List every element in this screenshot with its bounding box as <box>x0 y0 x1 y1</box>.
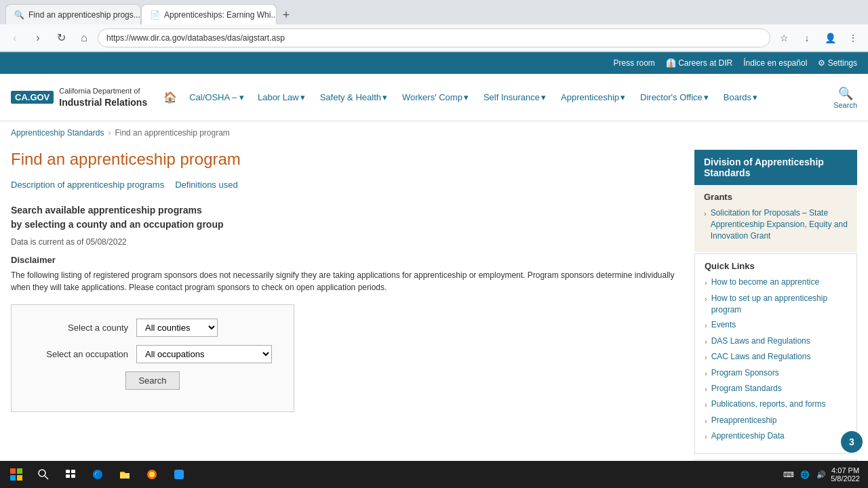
content-wrapper: Find an apprenticeship program Descripti… <box>0 150 868 488</box>
browser-tab-1[interactable]: 🔍 Find an apprenticeship progs... ✕ <box>5 4 141 24</box>
ql-setup-apprenticeship[interactable]: › How to set up an apprenticeship progra… <box>705 293 847 316</box>
nav-labor-law[interactable]: Labor Law▾ <box>251 88 312 106</box>
site-logo: CA.GOV California Department of Industri… <box>11 86 147 108</box>
arrow-icon: › <box>705 352 707 363</box>
svg-rect-7 <box>71 470 75 473</box>
breadcrumb-current: Find an apprenticeship program <box>115 128 229 138</box>
site-topbar: Press room 👔 Careers at DIR Índice en es… <box>0 52 868 74</box>
firefox-taskbar-icon[interactable] <box>138 461 165 488</box>
tab-1-label: Find an apprenticeship progs... <box>28 10 140 20</box>
svg-rect-12 <box>174 470 184 479</box>
ql-program-sponsors[interactable]: › Program Sponsors <box>705 367 847 379</box>
svg-rect-9 <box>71 474 75 478</box>
refresh-button[interactable]: ↻ <box>52 28 71 47</box>
ql-program-standards[interactable]: › Program Standards <box>705 383 847 394</box>
network-icon[interactable]: 🌐 <box>798 468 812 481</box>
ql-apprenticeship-data[interactable]: › Apprenticeship Data <box>705 430 847 442</box>
svg-rect-0 <box>10 468 16 474</box>
spanish-link[interactable]: Índice en español <box>743 58 807 68</box>
bookmark-star-icon[interactable]: ☆ <box>774 28 793 47</box>
nav-apprenticeship[interactable]: Apprenticeship▾ <box>554 88 632 106</box>
home-button[interactable]: ⌂ <box>75 28 94 47</box>
title-bar: 🔍 Find an apprenticeship progs... ✕ 📄 Ap… <box>0 0 868 24</box>
explorer-taskbar-icon[interactable] <box>111 461 138 488</box>
ql-preapprenticeship[interactable]: › Preapprenticeship <box>705 415 847 426</box>
site-header: CA.GOV California Department of Industri… <box>0 74 868 121</box>
browser-toolbar: ‹ › ↻ ⌂ https://www.dir.ca.gov/databases… <box>0 24 868 52</box>
forward-button[interactable]: › <box>28 28 47 47</box>
keyboard-icon[interactable]: ⌨ <box>782 468 795 481</box>
arrow-icon: › <box>705 278 707 288</box>
taskview-icon[interactable] <box>57 461 84 488</box>
svg-point-4 <box>39 470 45 476</box>
svg-rect-1 <box>17 468 22 474</box>
definitions-link[interactable]: Definitions used <box>175 180 238 190</box>
ql-become-apprentice[interactable]: › How to become an apprentice <box>705 277 847 288</box>
arrow-icon: › <box>705 384 707 394</box>
arrow-icon: › <box>704 209 707 219</box>
arrow-icon: › <box>705 337 707 347</box>
nav-self-insurance[interactable]: Self Insurance▾ <box>477 88 553 106</box>
press-room-link[interactable]: Press room <box>613 58 654 68</box>
search-icon: 🔍 <box>838 86 853 101</box>
arrow-icon: › <box>705 416 707 426</box>
main-content: Find an apprenticeship program Descripti… <box>11 150 694 488</box>
search-row: Search <box>33 371 272 390</box>
browser-chrome: 🔍 Find an apprenticeship progs... ✕ 📄 Ap… <box>0 0 868 52</box>
ql-events[interactable]: › Events <box>705 319 847 331</box>
taskbar-clock: 4:07 PM 5/8/2022 <box>831 466 860 483</box>
search-taskbar-icon[interactable] <box>30 461 57 488</box>
calosha-nav[interactable]: Cal/OSHA – ▾ <box>182 88 251 106</box>
search-button[interactable]: 🔍 Search <box>833 86 857 109</box>
breadcrumb-apprenticeship[interactable]: Apprenticeship Standards <box>11 128 104 138</box>
svg-rect-6 <box>66 470 70 473</box>
careers-link[interactable]: 👔 Careers at DIR <box>666 58 732 68</box>
county-row: Select a county All counties <box>33 319 272 337</box>
back-button[interactable]: ‹ <box>5 28 24 47</box>
nav-workers-comp[interactable]: Workers' Comp▾ <box>395 88 475 106</box>
menu-icon[interactable]: ⋮ <box>844 28 863 47</box>
tab-2-label: Apprenticeships: Earning Whi... <box>164 10 277 20</box>
profile-circle[interactable]: 3 <box>841 431 863 453</box>
disclaimer-title: Disclaimer <box>11 255 678 265</box>
nav-boards[interactable]: Boards▾ <box>717 88 764 106</box>
arrow-icon: › <box>705 294 707 304</box>
nav-directors-office[interactable]: Director's Office▾ <box>633 88 715 106</box>
edge-taskbar-icon[interactable] <box>84 461 111 488</box>
downloads-icon[interactable]: ↓ <box>797 28 816 47</box>
volume-icon[interactable]: 🔊 <box>814 468 828 481</box>
sidebar: Division of Apprenticeship Standards Gra… <box>694 150 857 488</box>
arrow-icon: › <box>705 369 707 379</box>
occupation-row: Select an occupation All occupations <box>33 345 272 363</box>
start-button[interactable] <box>3 461 30 488</box>
calosha-dropdown-arrow: ▾ <box>239 92 244 102</box>
occupation-select[interactable]: All occupations <box>136 345 272 363</box>
main-nav: Labor Law▾ Safety & Health▾ Workers' Com… <box>251 88 833 106</box>
tab-strip: 🔍 Find an apprenticeship progs... ✕ 📄 Ap… <box>5 0 296 24</box>
quick-links-title: Quick Links <box>705 261 847 271</box>
content-links: Description of apprenticeship programs D… <box>11 180 678 190</box>
grants-link-1[interactable]: › Solicitation for Proposals – State App… <box>704 207 848 241</box>
careers-icon: 👔 <box>666 58 676 68</box>
ql-cac-laws[interactable]: › CAC Laws and Regulations <box>705 351 847 363</box>
county-select[interactable]: All counties <box>136 319 218 337</box>
settings-link[interactable]: ⚙ Settings <box>818 58 857 68</box>
home-icon[interactable]: 🏠 <box>163 91 177 104</box>
profile-icon[interactable]: 👤 <box>821 28 840 47</box>
new-tab-button[interactable]: + <box>277 5 296 24</box>
app-icon-1[interactable] <box>165 461 193 488</box>
description-link[interactable]: Description of apprenticeship programs <box>11 180 164 190</box>
ql-publications[interactable]: › Publications, reports, and forms <box>705 399 847 410</box>
browser-tab-2[interactable]: 📄 Apprenticeships: Earning Whi... ✕ <box>141 4 277 24</box>
occupation-label: Select an occupation <box>33 349 128 359</box>
svg-point-11 <box>149 472 155 477</box>
county-label: Select a county <box>33 323 128 333</box>
data-current-text: Data is current as of 05/08/2022 <box>11 237 678 247</box>
sidebar-header: Division of Apprenticeship Standards <box>694 150 857 185</box>
dept-name: California Department of Industrial Rela… <box>59 86 147 108</box>
search-submit-button[interactable]: Search <box>125 371 179 390</box>
ql-das-laws[interactable]: › DAS Laws and Regulations <box>705 336 847 347</box>
nav-safety-health[interactable]: Safety & Health▾ <box>313 88 394 106</box>
address-bar[interactable]: https://www.dir.ca.gov/databases/das/aig… <box>98 28 770 47</box>
grants-title: Grants <box>704 192 848 202</box>
